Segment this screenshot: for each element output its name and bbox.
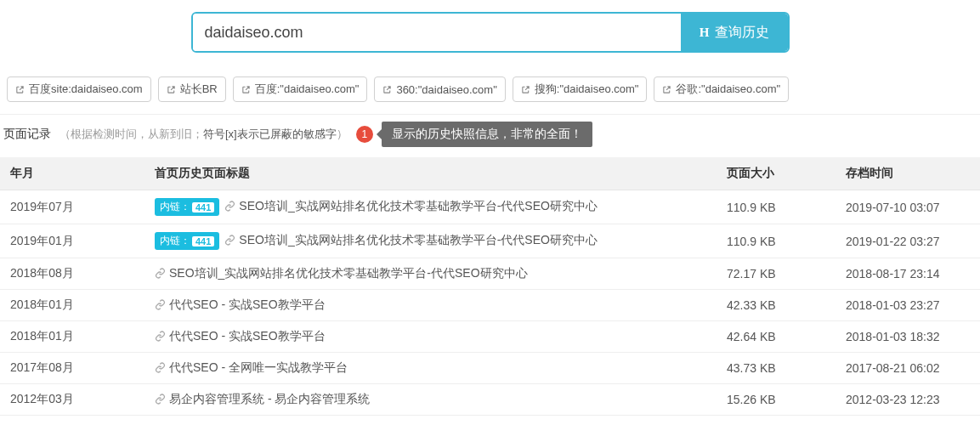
table-header-row: 年月 首页历史页面标题 页面大小 存档时间	[0, 157, 980, 190]
table-row: 2018年01月代代SEO - 实战SEO教学平台42.64 KB2018-01…	[0, 321, 980, 353]
quick-links-row: 百度site:daidaiseo.com站长BR百度:"daidaiseo.co…	[0, 76, 980, 114]
cell-date: 2019年07月	[0, 190, 144, 224]
cell-archive: 2018-01-03 18:32	[836, 321, 980, 353]
cell-title: 代代SEO - 全网唯一实战教学平台	[144, 353, 717, 384]
external-link-icon	[521, 85, 530, 94]
cell-title: 内链：441SEO培训_实战网站排名优化技术零基础教学平台-代代SEO研究中心	[144, 224, 717, 258]
table-row: 2017年08月代代SEO - 全网唯一实战教学平台43.73 KB2017-0…	[0, 353, 980, 384]
quick-link[interactable]: 搜狗:"daidaiseo.com"	[513, 76, 648, 102]
cell-title: 内链：441SEO培训_实战网站排名优化技术零基础教学平台-代代SEO研究中心	[144, 190, 717, 224]
inner-link-tag[interactable]: 内链：441	[155, 232, 219, 250]
history-table: 年月 首页历史页面标题 页面大小 存档时间 2019年07月内链：441SEO培…	[0, 157, 980, 416]
table-row: 2018年08月SEO培训_实战网站排名优化技术零基础教学平台-代代SEO研究中…	[0, 258, 980, 290]
quick-link-label: 百度:"daidaiseo.com"	[255, 82, 360, 97]
cell-size: 43.73 KB	[717, 353, 836, 384]
external-link-icon	[382, 85, 392, 94]
cell-title: 代代SEO - 实战SEO教学平台	[144, 321, 717, 353]
section-header: 页面记录 （根据检测时间，从新到旧；符号[x]表示已屏蔽的敏感字） 1 显示的历…	[0, 114, 980, 157]
page-title-text[interactable]: 代代SEO - 实战SEO教学平台	[169, 298, 326, 311]
quick-link[interactable]: 谷歌:"daidaiseo.com"	[654, 76, 789, 102]
col-date-header: 年月	[0, 157, 144, 190]
search-bar: H 查询历史	[0, 0, 980, 76]
cell-date: 2018年01月	[0, 321, 144, 353]
cell-archive: 2018-01-03 23:27	[836, 290, 980, 321]
page-title-text[interactable]: SEO培训_实战网站排名优化技术零基础教学平台-代代SEO研究中心	[239, 233, 598, 246]
page-title-text[interactable]: 代代SEO - 全网唯一实战教学平台	[169, 360, 348, 374]
cell-archive: 2012-03-23 12:23	[836, 384, 980, 416]
section-subtitle: （根据检测时间，从新到旧；符号[x]表示已屏蔽的敏感字）	[59, 127, 348, 142]
quick-link-label: 搜狗:"daidaiseo.com"	[535, 82, 639, 97]
quick-link[interactable]: 360:"daidaiseo.com"	[374, 76, 505, 102]
link-icon	[155, 394, 166, 405]
page-title-text[interactable]: SEO培训_实战网站排名优化技术零基础教学平台-代代SEO研究中心	[239, 199, 598, 212]
cell-date: 2017年08月	[0, 353, 144, 384]
link-icon	[224, 235, 235, 246]
col-size-header: 页面大小	[717, 157, 836, 190]
quick-link-label: 站长BR	[180, 82, 218, 97]
page-title-text[interactable]: SEO培训_实战网站排名优化技术零基础教学平台-代代SEO研究中心	[169, 266, 528, 280]
cell-date: 2012年03月	[0, 384, 144, 416]
quick-link[interactable]: 百度:"daidaiseo.com"	[233, 76, 368, 102]
search-group: H 查询历史	[191, 12, 790, 53]
cell-size: 110.9 KB	[717, 190, 836, 224]
quick-link[interactable]: 站长BR	[158, 76, 226, 102]
cell-archive: 2019-01-22 03:27	[836, 224, 980, 258]
external-link-icon	[662, 85, 671, 94]
table-row: 2019年01月内链：441SEO培训_实战网站排名优化技术零基础教学平台-代代…	[0, 224, 980, 258]
link-icon	[155, 268, 166, 279]
cell-title: 代代SEO - 实战SEO教学平台	[144, 290, 717, 321]
table-row: 2019年07月内链：441SEO培训_实战网站排名优化技术零基础教学平台-代代…	[0, 190, 980, 224]
cell-size: 15.26 KB	[717, 384, 836, 416]
cell-size: 42.64 KB	[717, 321, 836, 353]
link-icon	[155, 299, 166, 310]
history-query-label: 查询历史	[715, 24, 769, 42]
history-query-button[interactable]: H 查询历史	[681, 14, 788, 51]
external-link-icon	[167, 85, 176, 94]
table-row: 2018年01月代代SEO - 实战SEO教学平台42.33 KB2018-01…	[0, 290, 980, 321]
quick-link[interactable]: 百度site:daidaiseo.com	[7, 76, 151, 102]
h-icon: H	[700, 26, 710, 40]
section-title: 页面记录	[3, 127, 51, 142]
hint-tooltip: 显示的历史快照信息，非常的全面！	[382, 122, 592, 147]
cell-archive: 2019-07-10 03:07	[836, 190, 980, 224]
cell-date: 2019年01月	[0, 224, 144, 258]
table-row: 2012年03月易企内容管理系统 - 易企内容管理系统15.26 KB2012-…	[0, 384, 980, 416]
cell-title: 易企内容管理系统 - 易企内容管理系统	[144, 384, 717, 416]
cell-size: 72.17 KB	[717, 258, 836, 290]
external-link-icon	[241, 85, 251, 94]
step-badge: 1	[356, 126, 373, 143]
inner-link-tag[interactable]: 内链：441	[155, 198, 219, 216]
cell-size: 110.9 KB	[717, 224, 836, 258]
col-title-header: 首页历史页面标题	[144, 157, 717, 190]
cell-date: 2018年01月	[0, 290, 144, 321]
quick-link-label: 百度site:daidaiseo.com	[29, 82, 143, 97]
quick-link-label: 谷歌:"daidaiseo.com"	[676, 82, 780, 97]
link-icon	[224, 201, 235, 212]
col-archive-header: 存档时间	[836, 157, 980, 190]
cell-title: SEO培训_实战网站排名优化技术零基础教学平台-代代SEO研究中心	[144, 258, 717, 290]
search-input[interactable]	[193, 14, 681, 51]
link-icon	[155, 362, 166, 373]
quick-link-label: 360:"daidaiseo.com"	[396, 83, 496, 96]
cell-archive: 2017-08-21 06:02	[836, 353, 980, 384]
page-title-text[interactable]: 易企内容管理系统 - 易企内容管理系统	[169, 392, 370, 405]
cell-archive: 2018-08-17 23:14	[836, 258, 980, 290]
page-title-text[interactable]: 代代SEO - 实战SEO教学平台	[169, 329, 326, 343]
cell-date: 2018年08月	[0, 258, 144, 290]
link-icon	[155, 331, 166, 342]
cell-size: 42.33 KB	[717, 290, 836, 321]
external-link-icon	[15, 85, 25, 94]
